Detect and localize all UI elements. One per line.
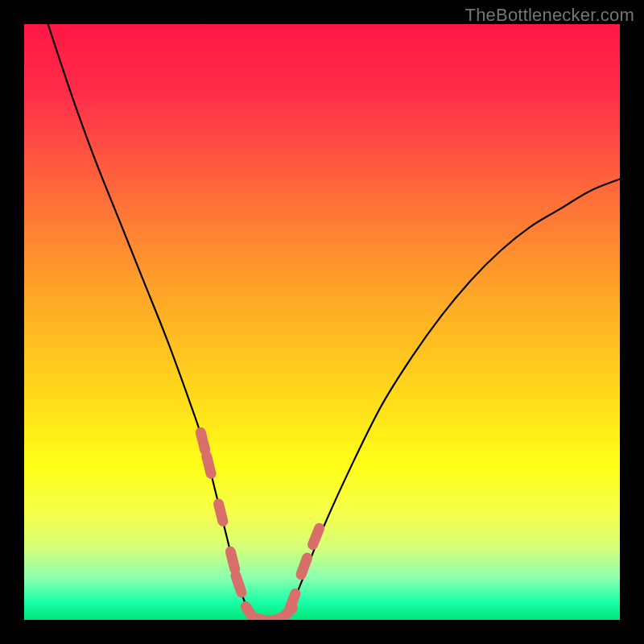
marker-dot <box>301 558 308 575</box>
watermark-text: TheBottlenecker.com <box>465 5 634 26</box>
plot-area <box>24 24 620 620</box>
marker-dot <box>230 551 234 568</box>
marker-dot <box>207 456 211 473</box>
chart-svg <box>24 24 620 620</box>
marker-dot <box>219 504 223 521</box>
marker-dot <box>313 528 320 544</box>
marker-dot <box>200 432 204 449</box>
outer-frame: TheBottlenecker.com <box>0 0 644 644</box>
marker-dot <box>236 576 242 592</box>
marker-dot <box>289 594 295 611</box>
